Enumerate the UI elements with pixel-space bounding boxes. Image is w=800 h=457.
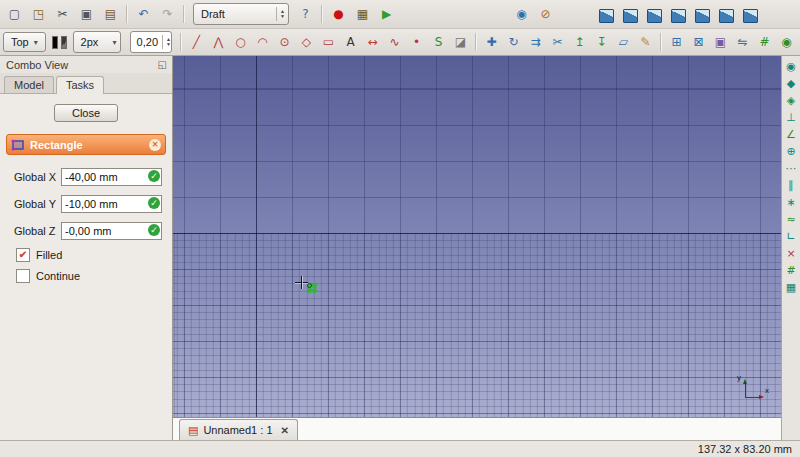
document-tab[interactable]: ▤ Unnamed1 : 1 ✕: [179, 419, 298, 440]
draft-arc-button[interactable]: ◠: [252, 31, 273, 53]
y-axis-arrow-icon: [745, 382, 746, 398]
cut-button[interactable]: ✂: [51, 3, 74, 25]
working-plane-button[interactable]: Top ▾: [3, 32, 46, 52]
draft-edit-button[interactable]: ✎: [635, 31, 656, 53]
snap-working-plane-button[interactable]: ▦: [783, 280, 799, 295]
macro-view-icon-group: ?●▦▶◉⊘: [294, 3, 762, 25]
snap-special-button[interactable]: ∗: [783, 195, 799, 210]
3d-viewport[interactable]: y x: [173, 56, 781, 417]
grid-snap-indicator-icon: [307, 283, 316, 292]
coordinate-fields: Global X✓Global Y✓Global Z✓: [6, 167, 166, 240]
draft-scale-button[interactable]: ▱: [613, 31, 634, 53]
toggle-grid-button[interactable]: #: [754, 31, 775, 53]
macro-record-button[interactable]: ●: [327, 3, 350, 25]
top-view-button[interactable]: [643, 3, 666, 25]
scale-spinbox[interactable]: 0,20 ▲ ▼: [130, 31, 172, 53]
draft-ellipse-button[interactable]: ⊙: [274, 31, 295, 53]
snap-ortho-button[interactable]: ∟: [783, 229, 799, 244]
spin-down-icon[interactable]: ▼: [280, 14, 285, 19]
draft-offset-button[interactable]: ⇉: [525, 31, 546, 53]
snap-lock-button[interactable]: ◉: [783, 59, 799, 74]
tab-tasks[interactable]: Tasks: [56, 76, 104, 94]
task-close-icon[interactable]: ✕: [149, 139, 161, 151]
face-color-button[interactable]: [61, 36, 67, 49]
draft-downgrade-button[interactable]: ↧: [591, 31, 612, 53]
draft-rotate-button[interactable]: ↻: [503, 31, 524, 53]
document-tab-close-icon[interactable]: ✕: [281, 425, 289, 436]
draft-point-button[interactable]: •: [406, 31, 427, 53]
macro-play-button[interactable]: ▶: [375, 3, 398, 25]
draft-trimex-button[interactable]: ✂: [547, 31, 568, 53]
open-document-button[interactable]: ◳: [27, 3, 50, 25]
chevron-down-icon: ▾: [34, 38, 38, 47]
field-input-global-z[interactable]: [61, 222, 162, 240]
checkbox-filled[interactable]: ✔Filled: [16, 248, 166, 262]
copy-button[interactable]: ▣: [75, 3, 98, 25]
snap-midpoint-button[interactable]: ◈: [783, 93, 799, 108]
draw-style-button[interactable]: ⊘: [534, 3, 557, 25]
line-color-button[interactable]: [52, 36, 58, 49]
zoom-fit-button[interactable]: ◉: [510, 3, 533, 25]
axonometric-view-button[interactable]: [595, 3, 618, 25]
new-document-button[interactable]: ▢: [3, 3, 26, 25]
draft-move-button[interactable]: ✚: [481, 31, 502, 53]
checkbox-box[interactable]: ✔: [16, 248, 30, 262]
draft-rectangle-icon: [11, 139, 25, 151]
snap-intersection-button[interactable]: ×: [783, 246, 799, 261]
snap-near-button[interactable]: ≈: [783, 212, 799, 227]
draft-rectangle-button[interactable]: ▭: [318, 31, 339, 53]
checkbox-box[interactable]: [16, 269, 30, 283]
snap-parallel-button[interactable]: ∥: [783, 178, 799, 193]
toggle-snap-button[interactable]: ◉: [776, 31, 797, 53]
draft-shapestring-button[interactable]: S: [428, 31, 449, 53]
draft-dimension-button[interactable]: ↔: [362, 31, 383, 53]
checkbox-label: Filled: [36, 249, 62, 261]
workbench-selector[interactable]: Draft ▲ ▼: [193, 3, 289, 25]
macro-edit-button[interactable]: ▦: [351, 3, 374, 25]
snap-extension-button[interactable]: ⋯: [783, 161, 799, 176]
scale-value: 0,20: [137, 36, 158, 48]
toolbar-separator: [126, 5, 128, 23]
draft-bspline-button[interactable]: ∿: [384, 31, 405, 53]
close-task-button[interactable]: Close: [54, 104, 118, 122]
whats-this-button[interactable]: ?: [294, 3, 317, 25]
right-view-button[interactable]: [667, 3, 690, 25]
field-input-global-y[interactable]: [61, 195, 162, 213]
draft-wire-button[interactable]: ⋀: [208, 31, 229, 53]
field-input-global-x[interactable]: [61, 168, 162, 186]
draft-text-button[interactable]: A: [340, 31, 361, 53]
grid-y-axis-line: [256, 56, 257, 417]
snap-angle-button[interactable]: ∠: [783, 127, 799, 142]
front-view-button[interactable]: [619, 3, 642, 25]
snap-toolbar: ◉◆◈⊥∠⊕⋯∥∗≈∟×#▦: [781, 56, 800, 440]
draft-facebinder-button[interactable]: ◪: [450, 31, 471, 53]
spin-stepper-icon[interactable]: ▲ ▼: [162, 35, 171, 49]
rear-view-button[interactable]: [691, 3, 714, 25]
panel-float-icon[interactable]: ◱: [158, 59, 167, 70]
paste-button[interactable]: ▤: [99, 3, 122, 25]
spin-down-icon[interactable]: ▼: [166, 42, 171, 47]
left-view-button[interactable]: [739, 3, 762, 25]
chevron-down-icon: ▾: [113, 38, 117, 47]
snap-grid-button[interactable]: #: [783, 263, 799, 278]
draft-upgrade-button[interactable]: ↥: [569, 31, 590, 53]
line-width-selector[interactable]: 2px ▾: [73, 31, 121, 53]
tab-model[interactable]: Model: [4, 76, 54, 93]
draft-polygon-button[interactable]: ◇: [296, 31, 317, 53]
field-box: ✓: [61, 167, 162, 186]
checkbox-continue[interactable]: Continue: [16, 269, 166, 283]
snap-endpoint-button[interactable]: ◆: [783, 76, 799, 91]
redo-button[interactable]: ↷: [156, 3, 179, 25]
draft-path-array-button[interactable]: ⊠: [688, 31, 709, 53]
combo-stepper-icon[interactable]: ▲ ▼: [276, 7, 285, 21]
bottom-view-button[interactable]: [715, 3, 738, 25]
draft-line-button[interactable]: ╱: [186, 31, 207, 53]
snap-perpendicular-button[interactable]: ⊥: [783, 110, 799, 125]
draft-array-button[interactable]: ⊞: [666, 31, 687, 53]
undo-button[interactable]: ↶: [132, 3, 155, 25]
draft-clone-button[interactable]: ▣: [710, 31, 731, 53]
freecad-window: ▢◳✂▣▤↶↷ Draft ▲ ▼ ?●▦▶◉⊘ Top ▾ 2px ▾ 0,2…: [0, 0, 800, 457]
draft-mirror-button[interactable]: ⇋: [732, 31, 753, 53]
draft-circle-button[interactable]: ○: [230, 31, 251, 53]
snap-center-button[interactable]: ⊕: [783, 144, 799, 159]
